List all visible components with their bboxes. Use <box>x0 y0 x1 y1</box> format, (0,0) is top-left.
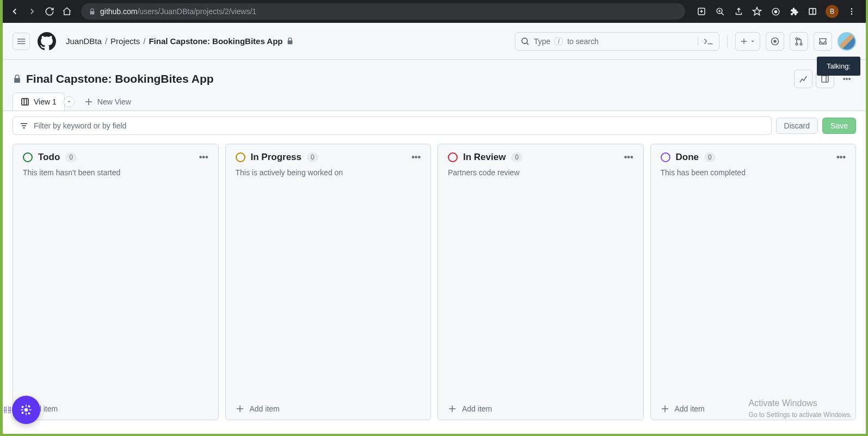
column-menu-button[interactable]: ••• <box>199 152 208 162</box>
svg-point-12 <box>796 43 798 45</box>
create-new-button[interactable] <box>735 32 760 51</box>
svg-point-11 <box>796 38 798 40</box>
breadcrumb-current: Final Capstone: BookingBites App <box>149 36 282 46</box>
svg-rect-15 <box>22 99 28 105</box>
lock-icon <box>89 8 96 15</box>
column-menu-button[interactable]: ••• <box>624 152 633 162</box>
project-header: Final Capstone: BookingBites App ••• <box>3 60 866 93</box>
views-tabs: View 1 New View <box>3 93 866 111</box>
hamburger-menu[interactable] <box>13 33 30 50</box>
insights-button[interactable] <box>794 70 812 88</box>
url-host: github.com <box>100 7 137 16</box>
svg-point-10 <box>774 40 776 42</box>
tab-dropdown[interactable] <box>64 96 75 107</box>
talking-tooltip: Talking: <box>817 57 860 76</box>
home-button[interactable] <box>59 4 75 19</box>
github-header: JuanDBta / Projects / Final Capstone: Bo… <box>3 23 866 60</box>
column-todo: Todo 0 ••• This item hasn't been started… <box>13 144 219 420</box>
plus-icon <box>236 404 244 413</box>
column-body[interactable] <box>13 180 218 398</box>
breadcrumb-user[interactable]: JuanDBta <box>66 36 102 46</box>
filter-input[interactable]: Filter by keyword or by field <box>13 116 772 135</box>
column-description: Partners code review <box>438 165 643 180</box>
profile-badge[interactable]: B <box>826 5 839 18</box>
search-input[interactable]: Type / to search <box>515 32 719 51</box>
inbox-button[interactable] <box>814 32 832 51</box>
column-in-review: In Review 0 ••• Partners code review Add… <box>438 144 644 420</box>
address-bar[interactable]: github.com/users/JuanDBta/projects/2/vie… <box>81 3 685 20</box>
lock-icon <box>286 38 294 45</box>
svg-rect-14 <box>822 76 828 82</box>
column-title: Done <box>676 152 699 163</box>
column-title: In Progress <box>251 152 302 163</box>
column-description: This item hasn't been started <box>13 165 218 180</box>
column-header: Todo 0 ••• <box>13 144 218 165</box>
target-icon[interactable] <box>770 6 781 17</box>
new-view-button[interactable]: New View <box>77 93 139 110</box>
column-body[interactable] <box>438 180 643 398</box>
install-icon[interactable] <box>696 6 707 17</box>
kanban-board: Todo 0 ••• This item hasn't been started… <box>3 140 866 423</box>
extensions-icon[interactable] <box>789 6 799 17</box>
chevron-down-icon <box>750 39 755 44</box>
menu-icon[interactable] <box>846 6 857 17</box>
plus-icon <box>448 404 457 413</box>
zoom-icon[interactable] <box>715 6 725 17</box>
lock-icon <box>13 75 22 84</box>
column-done: Done 0 ••• This has been completed Add i… <box>650 144 857 420</box>
svg-point-13 <box>800 43 802 45</box>
search-icon <box>521 37 530 46</box>
add-item-button[interactable]: Add item <box>438 398 643 420</box>
add-item-button[interactable]: Add item <box>226 398 431 420</box>
panel-icon[interactable] <box>807 6 818 17</box>
slash-key: / <box>555 38 563 45</box>
svg-point-5 <box>851 8 853 10</box>
column-header: Done 0 ••• <box>651 144 856 165</box>
star-icon[interactable] <box>752 6 762 17</box>
save-button[interactable]: Save <box>822 118 856 134</box>
column-in-progress: In Progress 0 ••• This is actively being… <box>225 144 432 420</box>
command-palette-icon[interactable] <box>698 38 713 45</box>
column-title: In Review <box>463 152 506 163</box>
filter-icon <box>20 121 28 130</box>
column-body[interactable] <box>651 180 856 398</box>
add-item-button[interactable]: d item <box>13 398 218 420</box>
count-badge: 0 <box>511 152 522 162</box>
status-dot-icon <box>661 152 670 162</box>
svg-point-16 <box>24 408 28 412</box>
back-button[interactable] <box>7 4 22 19</box>
count-badge: 0 <box>65 152 77 162</box>
add-item-button[interactable]: Add item <box>651 398 856 420</box>
discard-button[interactable]: Discard <box>776 118 818 134</box>
column-header: In Progress 0 ••• <box>226 144 431 165</box>
project-title: Final Capstone: BookingBites App <box>26 72 214 85</box>
svg-point-8 <box>522 38 527 44</box>
pull-requests-button[interactable] <box>790 32 808 51</box>
count-badge: 0 <box>307 152 318 162</box>
plus-icon <box>84 97 93 106</box>
column-title: Todo <box>38 152 60 163</box>
url-path: /users/JuanDBta/projects/2/views/1 <box>137 7 256 16</box>
column-header: In Review 0 ••• <box>438 144 643 165</box>
status-dot-icon <box>236 152 245 162</box>
reload-button[interactable] <box>42 4 57 19</box>
column-body[interactable] <box>226 180 431 398</box>
loom-fab[interactable] <box>12 396 40 424</box>
browser-toolbar: github.com/users/JuanDBta/projects/2/vie… <box>3 0 866 23</box>
share-icon[interactable] <box>733 6 744 17</box>
column-menu-button[interactable]: ••• <box>411 152 421 162</box>
extension-icons: B <box>692 5 861 18</box>
svg-point-7 <box>851 13 853 15</box>
status-dot-icon <box>448 152 458 162</box>
breadcrumb: JuanDBta / Projects / Final Capstone: Bo… <box>66 36 294 46</box>
user-avatar[interactable] <box>838 32 856 51</box>
breadcrumb-projects[interactable]: Projects <box>110 36 140 46</box>
tab-view1[interactable]: View 1 <box>13 93 65 110</box>
count-badge: 0 <box>704 152 716 162</box>
issues-button[interactable] <box>766 32 784 51</box>
column-description: This has been completed <box>651 165 856 180</box>
github-logo-icon[interactable] <box>38 32 56 51</box>
svg-point-3 <box>774 10 777 13</box>
forward-button[interactable] <box>24 4 40 19</box>
column-menu-button[interactable]: ••• <box>836 152 846 162</box>
